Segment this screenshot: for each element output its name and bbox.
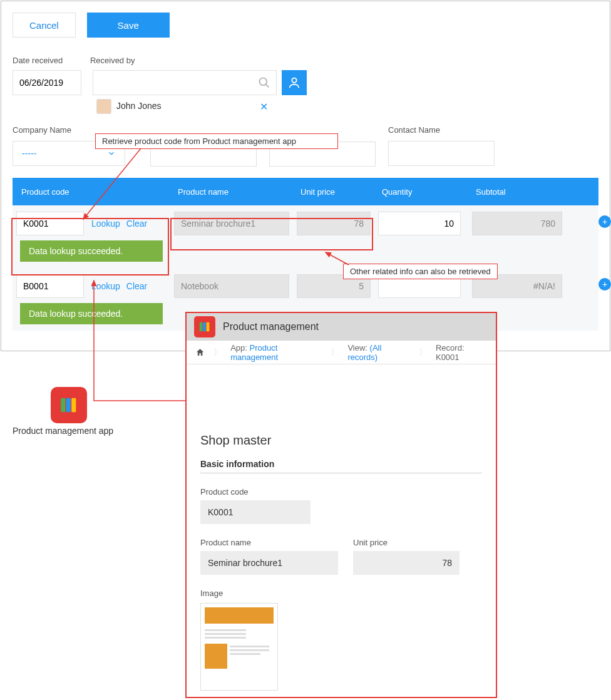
cell-qty <box>374 212 468 268</box>
contact-name-label: Contact Name <box>388 125 501 135</box>
pm-product-name-label: Product name <box>200 538 338 547</box>
user-picker-button[interactable] <box>282 70 307 95</box>
lookup-link[interactable]: Lookup <box>91 281 120 291</box>
received-by-label: Received by <box>90 56 135 65</box>
pm-unit-price-label: Unit price <box>353 538 460 547</box>
lookup-success-banner: Data lookup succeeded. <box>20 303 163 324</box>
pm-app-icon-small <box>194 316 215 337</box>
header-labels: Date received Received by <box>13 55 598 65</box>
th-product-name: Product name <box>170 187 293 197</box>
selected-user-row: John Jones ✕ <box>96 99 268 114</box>
pm-section-title: Shop master <box>200 433 482 448</box>
add-row-button[interactable]: + <box>598 278 611 291</box>
product-name-value: Notebook <box>174 274 289 298</box>
cell-code: LookupClear Data lookup succeeded. <box>13 212 170 268</box>
annotation-1: Retrieve product code from Product manag… <box>95 133 338 149</box>
unit-price-value: 78 <box>297 212 371 235</box>
product-management-panel: Product management 〉 App: Product manage… <box>185 312 497 698</box>
selected-user-name: John Jones <box>116 101 162 111</box>
pm-title: Product management <box>223 321 319 332</box>
pm-subsection: Basic information <box>200 459 482 473</box>
received-by-wrap <box>93 70 277 95</box>
svg-rect-10 <box>207 322 210 332</box>
subtotal-value: 780 <box>472 212 562 235</box>
th-quantity: Quantity <box>374 187 468 197</box>
toolbar: Cancel Save <box>13 13 598 38</box>
crumb-view: View: (All records) <box>347 343 410 362</box>
chevron-down-icon <box>107 149 116 158</box>
lookup-success-banner: Data lookup succeeded. <box>20 240 163 262</box>
svg-rect-8 <box>200 322 203 332</box>
received-by-input[interactable] <box>93 70 252 95</box>
date-received-label: Date received <box>13 56 88 65</box>
product-code-input[interactable] <box>16 212 84 235</box>
crumb-app: App: Product management <box>230 343 322 362</box>
svg-point-2 <box>292 78 296 83</box>
lookup-links: LookupClear <box>91 219 153 229</box>
pm-product-name-col: Product name Seminar brochure1 <box>200 538 338 575</box>
cell-subtotal: 780 <box>468 212 566 268</box>
row-buttons: + − <box>598 215 611 228</box>
product-name-value: Seminar brochure1 <box>174 212 289 235</box>
svg-rect-7 <box>71 398 76 413</box>
pm-body: Shop master Basic information Product co… <box>187 364 496 700</box>
cancel-button[interactable]: Cancel <box>13 13 76 38</box>
remove-user-button[interactable]: ✕ <box>260 101 268 113</box>
product-management-app-label: Product management app <box>13 426 113 436</box>
row-buttons: + − <box>598 278 611 291</box>
selected-user: John Jones <box>96 99 162 114</box>
form-frame: Cancel Save Date received Received by Jo… <box>1 1 610 351</box>
cell-code: LookupClear Data lookup succeeded. <box>13 274 170 331</box>
binders-icon <box>198 320 212 334</box>
table-row: LookupClear Data lookup succeeded. Semin… <box>13 205 598 268</box>
pm-header: Product management <box>187 313 496 341</box>
lookup-link[interactable]: Lookup <box>91 219 120 229</box>
save-button[interactable]: Save <box>87 13 170 38</box>
pm-breadcrumb: 〉 App: Product management 〉 View: (All r… <box>187 341 496 364</box>
pm-image-thumbnail[interactable] <box>200 603 278 691</box>
cell-name: Seminar brochure1 <box>170 212 293 268</box>
th-subtotal: Subtotal <box>468 187 566 197</box>
product-management-app-icon <box>51 387 87 423</box>
pm-product-code-value: K0001 <box>200 500 311 524</box>
pm-product-code-label: Product code <box>200 487 482 497</box>
pm-unit-price-col: Unit price 78 <box>353 538 460 575</box>
quantity-input[interactable] <box>378 212 461 235</box>
contact-name-input[interactable] <box>388 141 495 166</box>
annotation-2: Other related info can also be retrieved <box>343 264 498 279</box>
lookup-links: LookupClear <box>91 281 153 291</box>
pm-image-label: Image <box>200 589 482 598</box>
th-unit-price: Unit price <box>293 187 374 197</box>
home-icon[interactable] <box>195 347 205 358</box>
avatar <box>96 99 111 114</box>
add-row-button[interactable]: + <box>598 215 611 228</box>
contact-col: Contact Name <box>388 125 501 167</box>
crumb-record: Record: K0001 <box>436 343 487 362</box>
header-inputs <box>13 70 598 95</box>
clear-link[interactable]: Clear <box>126 281 147 291</box>
pm-unit-price-value: 78 <box>353 551 460 575</box>
svg-point-0 <box>259 78 267 86</box>
svg-rect-9 <box>203 322 206 332</box>
company-name-value: ----- <box>22 148 36 158</box>
table-header: Product code Product name Unit price Qua… <box>13 178 598 205</box>
pm-product-name-value: Seminar brochure1 <box>200 551 338 575</box>
search-icon <box>258 76 270 89</box>
svg-line-1 <box>265 85 269 88</box>
thumb-header <box>205 607 274 624</box>
product-code-input[interactable] <box>16 274 84 298</box>
svg-rect-6 <box>66 398 71 413</box>
svg-rect-5 <box>61 398 65 413</box>
date-received-input[interactable] <box>13 70 81 95</box>
binders-icon <box>58 394 80 416</box>
search-button[interactable] <box>252 70 277 95</box>
th-product-code: Product code <box>13 187 170 197</box>
person-icon <box>287 76 301 90</box>
cell-price: 78 <box>293 212 374 268</box>
pm-row-name-price: Product name Seminar brochure1 Unit pric… <box>200 538 482 575</box>
clear-link[interactable]: Clear <box>126 219 147 229</box>
